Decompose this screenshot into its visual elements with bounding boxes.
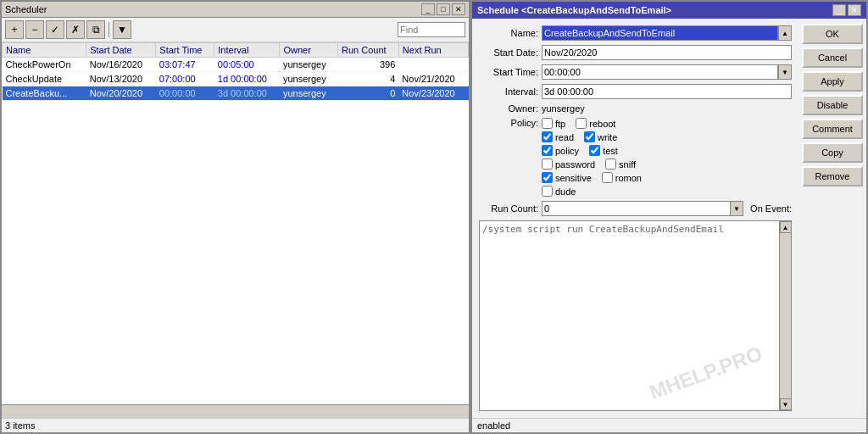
policy-label: Policy: <box>479 118 538 128</box>
close-btn[interactable]: ✕ <box>452 3 465 15</box>
cell-run-count: 396 <box>337 58 398 72</box>
ftp-label: ftp <box>555 119 565 129</box>
cell-owner: yunsergey <box>280 72 338 86</box>
cancel-button[interactable]: Cancel <box>802 47 863 68</box>
maximize-btn[interactable]: □ <box>437 3 450 15</box>
romon-label: romon <box>615 173 642 183</box>
dialog-buttons: OK Cancel Apply Disable Comment Copy Rem… <box>798 19 866 418</box>
toolbar-separator <box>108 22 109 37</box>
sensitive-checkbox[interactable] <box>542 172 553 183</box>
minimize-btn[interactable]: _ <box>421 3 435 15</box>
script-scrollbar[interactable]: ▲ ▼ <box>779 221 791 410</box>
policy-checkboxes: ftp reboot read <box>542 118 642 197</box>
dude-checkbox[interactable] <box>542 186 553 197</box>
policy-row-5: sensitive romon <box>542 172 642 183</box>
cell-start-date: Nov/16/2020 <box>86 58 156 72</box>
start-date-input[interactable] <box>542 45 792 60</box>
run-count-input[interactable] <box>542 201 743 216</box>
ok-button[interactable]: OK <box>802 24 863 44</box>
dude-item: dude <box>542 186 576 197</box>
table-row[interactable]: CheckUpdate Nov/13/2020 07:00:00 1d 00:0… <box>3 72 469 86</box>
run-count-spin-btn[interactable]: ▼ <box>730 201 743 216</box>
copy-toolbar-button[interactable]: ⧉ <box>86 20 105 39</box>
script-textarea[interactable]: /system script run CreateBackupAndSendEm… <box>480 221 791 410</box>
start-time-container: ▼ <box>542 64 792 80</box>
add-button[interactable]: + <box>5 20 24 39</box>
remove-button[interactable]: Remove <box>802 166 863 186</box>
cell-start-date: Nov/20/2020 <box>86 86 156 101</box>
col-name[interactable]: Name <box>3 43 86 58</box>
run-count-label: Run Count: <box>479 203 538 214</box>
test-label: test <box>603 146 618 156</box>
read-item: read <box>542 131 574 142</box>
dialog-titlebar-controls: _ ✕ <box>832 4 861 16</box>
name-spin-btn[interactable]: ▲ <box>778 25 792 41</box>
policy-row-6: dude <box>542 186 642 197</box>
sniff-label: sniff <box>619 159 636 170</box>
filter-button[interactable]: ▼ <box>113 20 131 39</box>
ftp-item: ftp <box>542 118 565 129</box>
scheduler-title: Scheduler <box>5 4 47 14</box>
policy-row-2: read write <box>542 131 642 142</box>
apply-button[interactable]: Apply <box>802 71 863 92</box>
write-checkbox[interactable] <box>584 131 595 142</box>
read-checkbox[interactable] <box>542 131 553 142</box>
titlebar-controls: _ □ ✕ <box>421 3 465 15</box>
dialog-close-btn[interactable]: ✕ <box>848 4 861 16</box>
sniff-checkbox[interactable] <box>605 159 616 170</box>
schedule-dialog: Schedule <CreateBackupAndSendToEmail> _ … <box>470 0 868 434</box>
romon-checkbox[interactable] <box>602 172 613 183</box>
scroll-up-btn[interactable]: ▲ <box>780 221 792 233</box>
table-header-row: Name Start Date Start Time Interval Owne… <box>3 43 469 58</box>
write-item: write <box>584 131 617 142</box>
table-row[interactable]: CheckPowerOn Nov/16/2020 03:07:47 00:05:… <box>3 58 469 72</box>
table-row[interactable]: CreateBacku... Nov/20/2020 00:00:00 3d 0… <box>3 86 469 101</box>
start-time-spin-btn[interactable]: ▼ <box>778 64 792 80</box>
name-input[interactable] <box>542 25 778 41</box>
dialog-status-text: enabled <box>477 420 510 431</box>
col-interval[interactable]: Interval <box>214 43 280 58</box>
start-time-label: Start Time: <box>479 67 538 77</box>
cell-run-count: 4 <box>337 72 398 86</box>
col-next-run[interactable]: Next Run <box>398 43 468 58</box>
start-time-input[interactable] <box>542 64 778 80</box>
on-event-label: On Event: <box>750 203 792 214</box>
remove-button[interactable]: − <box>25 20 44 39</box>
ftp-checkbox[interactable] <box>542 118 553 129</box>
reboot-checkbox[interactable] <box>576 118 587 129</box>
sniff-item: sniff <box>605 159 636 170</box>
interval-input[interactable] <box>542 84 792 99</box>
name-label: Name: <box>479 28 538 38</box>
cell-interval: 00:05:00 <box>214 58 280 72</box>
horizontal-scrollbar[interactable] <box>2 404 469 418</box>
start-date-label: Start Date: <box>479 47 538 58</box>
col-run-count[interactable]: Run Count <box>337 43 398 58</box>
policy-item: policy <box>542 145 579 156</box>
dialog-minimize-btn[interactable]: _ <box>832 4 846 16</box>
owner-row: Owner: yunsergey <box>479 103 792 114</box>
policy-checkbox[interactable] <box>542 145 553 156</box>
policy-row-1: ftp reboot <box>542 118 642 129</box>
cell-next-run: Nov/23/2020 <box>398 86 468 101</box>
check-button[interactable]: ✓ <box>46 20 64 39</box>
find-box <box>398 22 465 37</box>
cell-run-count: 0 <box>337 86 398 101</box>
x-button[interactable]: ✗ <box>66 20 85 39</box>
col-start-date[interactable]: Start Date <box>86 43 156 58</box>
dialog-content: Name: ▲ Start Date: Start Time: ▼ <box>472 19 866 418</box>
read-label: read <box>555 132 574 142</box>
romon-item: romon <box>602 172 642 183</box>
disable-button[interactable]: Disable <box>802 95 863 115</box>
scroll-down-btn[interactable]: ▼ <box>780 398 792 410</box>
cell-name: CreateBacku... <box>3 86 86 101</box>
password-checkbox[interactable] <box>542 159 553 170</box>
copy-button[interactable]: Copy <box>802 142 863 163</box>
col-start-time[interactable]: Start Time <box>156 43 214 58</box>
cell-owner: yunsergey <box>280 58 338 72</box>
test-item: test <box>589 145 618 156</box>
col-owner[interactable]: Owner <box>280 43 338 58</box>
owner-value: yunsergey <box>542 103 585 114</box>
find-input[interactable] <box>398 22 465 37</box>
test-checkbox[interactable] <box>589 145 600 156</box>
comment-button[interactable]: Comment <box>802 119 863 139</box>
